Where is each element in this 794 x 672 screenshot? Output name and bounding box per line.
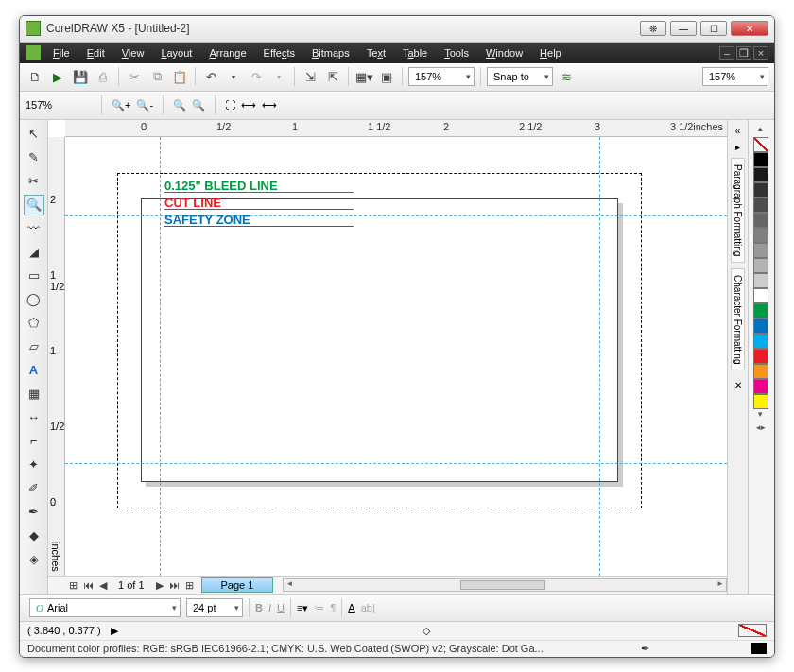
print-icon[interactable]: ⎙ (94, 67, 112, 86)
text-tool[interactable]: A (24, 360, 44, 381)
table-tool[interactable]: ▦ (24, 384, 44, 405)
basic-shapes-tool[interactable]: ▱ (24, 336, 44, 357)
dropcap-icon[interactable]: ¶ (330, 602, 336, 613)
cut-icon[interactable]: ✂ (125, 67, 144, 86)
undo-icon[interactable]: ↶ (201, 67, 220, 86)
copy-icon[interactable]: ⧉ (147, 67, 166, 86)
color-swatch[interactable] (753, 364, 768, 379)
menu-bitmaps[interactable]: Bitmaps (303, 44, 358, 61)
scroll-thumb[interactable] (460, 580, 545, 590)
color-swatch[interactable] (753, 213, 768, 228)
docker-expand-icon[interactable]: ▸ (735, 142, 740, 152)
add-page-icon[interactable]: ⊞ (65, 579, 80, 592)
palette-down-icon[interactable]: ▾ (758, 409, 763, 422)
zoom-in-icon[interactable]: 🔍+ (112, 99, 130, 112)
zoom-out-icon[interactable]: 🔍- (136, 99, 153, 112)
snap-to-combo[interactable]: Snap to (487, 67, 553, 86)
color-swatch[interactable] (753, 198, 768, 213)
rectangle-tool[interactable]: ▭ (24, 266, 44, 286)
fill-indicator-icon[interactable]: ◇ (423, 625, 430, 637)
freehand-tool[interactable]: 〰 (24, 218, 44, 239)
undo-drop-icon[interactable]: ▾ (224, 67, 243, 86)
zoom-selection-icon[interactable]: 🔍 (173, 99, 186, 112)
interactive-tool[interactable]: ✦ (24, 455, 44, 475)
italic-icon[interactable]: I (268, 602, 271, 613)
zoom-page-icon[interactable]: ⛶ (225, 99, 235, 111)
options-icon[interactable]: ≋ (557, 67, 576, 86)
menu-edit[interactable]: Edit (78, 44, 113, 61)
menu-table[interactable]: Table (394, 44, 436, 61)
font-family-combo[interactable]: OArial (29, 598, 181, 617)
fill-preview[interactable] (738, 624, 767, 637)
zoom-level-combo-2[interactable]: 157% (702, 67, 768, 86)
underline-icon[interactable]: U (277, 602, 285, 613)
guide-safety-bottom[interactable] (65, 463, 727, 464)
font-size-combo[interactable]: 24 pt (186, 598, 243, 617)
paragraph-formatting-tab[interactable]: Paragraph Formatting (731, 158, 745, 263)
docker-close-icon[interactable]: ✕ (734, 380, 742, 390)
color-swatch[interactable] (753, 273, 768, 288)
guide-safety-right[interactable] (599, 137, 600, 576)
connector-tool[interactable]: ⌐ (24, 431, 44, 452)
color-swatch[interactable] (753, 182, 768, 198)
eyedropper-tool[interactable]: ✐ (24, 478, 44, 499)
color-swatch[interactable] (753, 167, 768, 182)
color-swatch[interactable] (753, 394, 768, 409)
menu-help[interactable]: Help (531, 44, 570, 61)
redo-icon[interactable]: ↷ (247, 67, 266, 86)
welcome-icon[interactable]: ▣ (377, 67, 396, 86)
add-page-after-icon[interactable]: ⊞ (182, 579, 198, 592)
dimension-tool[interactable]: ↔ (24, 407, 44, 428)
minimize-button[interactable]: — (670, 21, 697, 36)
save-icon[interactable]: 💾 (71, 67, 90, 86)
vertical-ruler[interactable]: 2 1 1/2 1 1/2 0 inches (48, 137, 65, 576)
outline-tool[interactable]: ✒ (24, 502, 44, 523)
menu-file[interactable]: File (44, 44, 78, 61)
outline-preview[interactable] (751, 643, 767, 654)
maximize-button[interactable]: ☐ (700, 21, 727, 36)
ellipse-tool[interactable]: ◯ (24, 289, 44, 310)
crop-tool[interactable]: ✂ (24, 171, 44, 192)
polygon-tool[interactable]: ⬠ (24, 313, 44, 334)
zoom-tool[interactable]: 🔍 (24, 195, 44, 215)
app-launcher-icon[interactable]: ▦▾ (354, 67, 373, 86)
menu-view[interactable]: View (113, 44, 153, 61)
close-button[interactable]: ✕ (731, 21, 768, 36)
first-page-icon[interactable]: ⏮ (80, 579, 95, 591)
next-page-icon[interactable]: ▶ (152, 579, 167, 592)
zoom-level-combo[interactable]: 157% (408, 67, 475, 86)
fill-tool[interactable]: ◆ (24, 526, 44, 546)
guide-safety-left[interactable] (160, 137, 161, 576)
color-swatch[interactable] (753, 303, 768, 319)
interactive-fill-tool[interactable]: ◈ (24, 549, 44, 570)
menu-layout[interactable]: Layout (152, 44, 200, 61)
color-swatch[interactable] (753, 228, 768, 243)
bold-icon[interactable]: B (255, 602, 263, 613)
prev-page-icon[interactable]: ◀ (95, 579, 111, 592)
page-tab[interactable]: Page 1 (201, 577, 274, 593)
color-swatch[interactable] (753, 379, 768, 394)
status-next-icon[interactable]: ▶ (111, 625, 118, 637)
bullets-icon[interactable]: ≔ (314, 602, 324, 614)
menu-window[interactable]: Window (477, 44, 531, 61)
edit-text-icon[interactable]: ab| (361, 602, 375, 613)
color-swatch[interactable] (753, 349, 768, 364)
mdi-minimize[interactable]: – (719, 46, 734, 60)
no-fill-swatch[interactable] (753, 137, 768, 152)
menu-text[interactable]: Text (358, 44, 394, 61)
char-format-icon[interactable]: A (348, 602, 354, 613)
pick-tool[interactable]: ↖ (24, 124, 44, 145)
docker-collapse-icon[interactable]: « (735, 126, 741, 136)
horizontal-ruler[interactable]: 0 1/2 1 1 1/2 2 2 1/2 3 3 1/2 inches (65, 120, 727, 137)
redo-drop-icon[interactable]: ▾ (269, 67, 288, 86)
align-icon[interactable]: ≡▾ (297, 602, 308, 614)
character-formatting-tab[interactable]: Character Formatting (731, 268, 745, 370)
color-swatch[interactable] (753, 152, 768, 167)
open-icon[interactable]: ▶ (48, 67, 67, 86)
palette-flyout-icon[interactable]: ◂▸ (756, 422, 766, 436)
new-icon[interactable]: 🗋 (26, 67, 44, 86)
color-swatch[interactable] (753, 243, 768, 258)
smart-fill-tool[interactable]: ◢ (24, 242, 44, 263)
help-button[interactable]: ❊ (640, 21, 666, 36)
horizontal-scrollbar[interactable] (283, 578, 727, 592)
